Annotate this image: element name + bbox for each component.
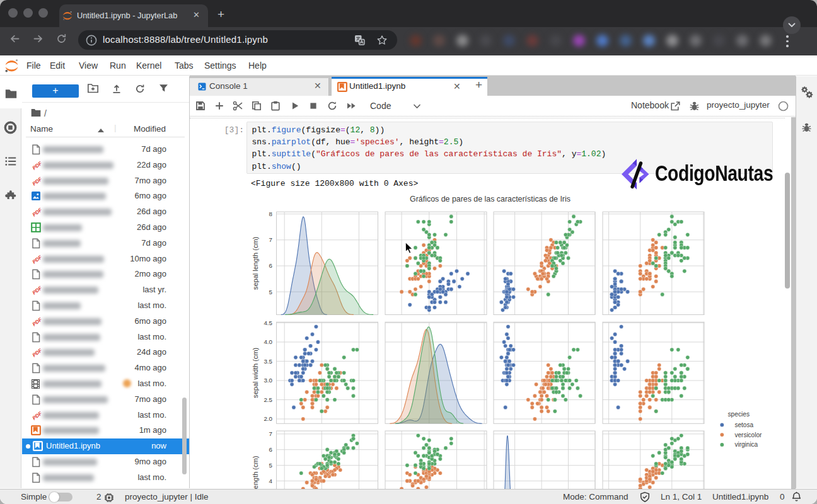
svg-text:8: 8 [269,210,273,217]
svg-text:5: 5 [269,289,273,295]
svg-text:3.0: 3.0 [264,377,272,384]
svg-text:6: 6 [269,446,273,453]
svg-text:7: 7 [269,430,272,437]
svg-text:PDF: PDF [32,176,42,186]
svg-text:PDF: PDF [32,254,42,265]
svg-text:PDF: PDF [32,207,42,217]
svg-text:Gráficos de pares de las carac: Gráficos de pares de las características… [410,195,571,203]
svg-text:4.0: 4.0 [264,338,272,345]
svg-text:5: 5 [269,462,273,469]
svg-text:PDF: PDF [32,347,42,358]
svg-text:setosa: setosa [735,421,754,428]
svg-text:4: 4 [269,478,273,484]
svg-text:species: species [728,411,750,418]
svg-text:PDF: PDF [32,160,42,171]
svg-text:2.0: 2.0 [264,415,272,422]
svg-text:4.5: 4.5 [264,319,272,326]
svg-text:petal length (cm): petal length (cm) [252,456,259,489]
svg-text:sepal length (cm): sepal length (cm) [252,237,259,290]
svg-text:sepal width (cm): sepal width (cm) [252,348,259,398]
svg-text:3.5: 3.5 [264,358,272,365]
svg-text:2.5: 2.5 [264,396,272,403]
svg-text:PDF: PDF [32,410,42,421]
svg-text:PDF: PDF [32,316,42,327]
svg-text:7: 7 [269,236,272,243]
svg-text:PDF: PDF [32,285,42,295]
svg-text:versicolor: versicolor [735,432,762,438]
svg-text:6: 6 [269,262,273,269]
svg-text:virginica: virginica [735,441,758,448]
